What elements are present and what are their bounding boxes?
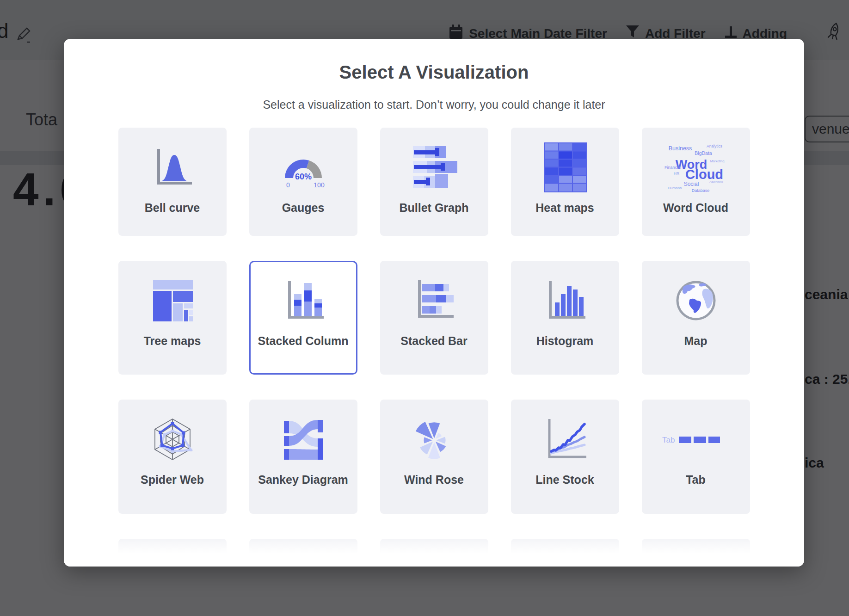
screen: d Select Mai (0, 0, 849, 616)
viz-card-stacked-bar[interactable]: Stacked Bar (380, 261, 488, 375)
viz-card-label: Bullet Graph (399, 201, 468, 215)
viz-card-word-cloud[interactable]: Business Analytics BigData Word Marketin… (642, 128, 750, 236)
viz-card-partial[interactable] (511, 539, 619, 567)
viz-card-label: Bell curve (145, 201, 200, 215)
svg-text:Humans: Humans (668, 186, 682, 190)
bell-curve-icon (145, 138, 200, 197)
viz-card-sankey-diagram[interactable]: Sankey Diagram (249, 400, 357, 514)
tree-maps-icon (145, 271, 200, 330)
stacked-bar-icon (406, 271, 462, 330)
viz-card-bullet-graph[interactable]: Bullet Graph (380, 128, 488, 236)
svg-text:Marketing: Marketing (710, 160, 724, 163)
viz-card-label: Histogram (536, 334, 594, 348)
stacked-column-icon (276, 271, 331, 330)
svg-text:Business: Business (668, 145, 692, 152)
viz-card-partial[interactable] (249, 539, 357, 567)
viz-card-wind-rose[interactable]: Wind Rose (380, 400, 488, 514)
svg-text:Cloud: Cloud (685, 167, 723, 182)
viz-card-label: Sankey Diagram (258, 473, 348, 487)
viz-card-stacked-column[interactable]: Stacked Column (249, 261, 357, 375)
viz-card-partial[interactable] (118, 539, 227, 567)
svg-text:Social: Social (683, 181, 699, 187)
viz-card-label: Stacked Column (258, 334, 349, 348)
viz-card-tab[interactable]: Tab Tab (642, 400, 750, 514)
modal-subtitle: Select a visualization to start. Don’t w… (64, 97, 804, 112)
line-stock-icon (537, 410, 593, 469)
viz-card-label: Tree maps (144, 334, 201, 348)
viz-card-map[interactable]: Map (642, 261, 750, 375)
viz-card-bell-curve[interactable]: Bell curve (118, 128, 227, 236)
viz-card-label: Word Cloud (663, 201, 728, 215)
svg-text:HR: HR (673, 171, 679, 176)
svg-text:Analytics: Analytics (706, 144, 722, 148)
select-visualization-modal: Select A Visualization Select a visualiz… (64, 39, 804, 567)
viz-card-heat-maps[interactable]: Heat maps (511, 128, 619, 236)
viz-card-gauges[interactable]: 60% 0 100 Gauges (249, 128, 357, 236)
viz-card-label: Gauges (282, 201, 325, 215)
viz-card-spider-web[interactable]: Spider Web (118, 400, 227, 514)
gauges-icon: 60% 0 100 (273, 138, 333, 197)
heat-maps-icon (537, 138, 593, 197)
svg-text:Tab: Tab (662, 436, 675, 444)
modal-title: Select A Visualization (64, 62, 804, 82)
svg-text:Financial: Financial (664, 165, 681, 170)
tab-icon: Tab (661, 410, 731, 469)
svg-text:BigData: BigData (695, 150, 712, 156)
map-icon (668, 271, 724, 330)
histogram-icon (537, 271, 593, 330)
svg-text:Database: Database (691, 188, 709, 193)
svg-text:0: 0 (286, 181, 290, 189)
viz-card-partial[interactable] (380, 539, 488, 567)
word-cloud-icon: Business Analytics BigData Word Marketin… (658, 138, 734, 197)
viz-card-label: Line Stock (535, 473, 594, 487)
viz-card-line-stock[interactable]: Line Stock (511, 400, 619, 514)
svg-text:Advertising: Advertising (709, 180, 723, 183)
viz-card-label: Map (684, 334, 708, 348)
viz-card-label: Tab (686, 473, 706, 487)
viz-card-label: Heat maps (535, 201, 594, 215)
svg-text:60%: 60% (295, 172, 311, 181)
viz-card-label: Wind Rose (404, 473, 464, 487)
viz-card-label: Stacked Bar (400, 334, 468, 348)
viz-card-tree-maps[interactable]: Tree maps (118, 261, 227, 375)
wind-rose-icon (406, 410, 462, 469)
bullet-graph-icon (406, 138, 462, 197)
sankey-diagram-icon (276, 410, 331, 469)
viz-card-histogram[interactable]: Histogram (511, 261, 619, 375)
spider-web-icon (145, 410, 200, 469)
visualization-grid: Bell curve 60% 0 100 Gauges Bullet Graph (64, 128, 804, 567)
svg-text:100: 100 (314, 181, 325, 189)
viz-card-partial[interactable] (642, 539, 750, 567)
viz-card-label: Spider Web (141, 473, 204, 487)
